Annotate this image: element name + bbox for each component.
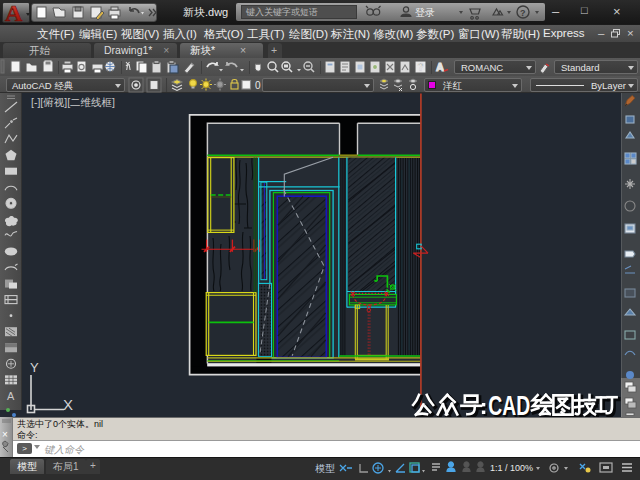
svg-text:模型: 模型: [315, 463, 335, 474]
svg-text:×: ×: [2, 429, 8, 440]
svg-text:CAD: CAD: [488, 389, 530, 421]
svg-text:1:1 / 100%: 1:1 / 100%: [490, 463, 533, 473]
